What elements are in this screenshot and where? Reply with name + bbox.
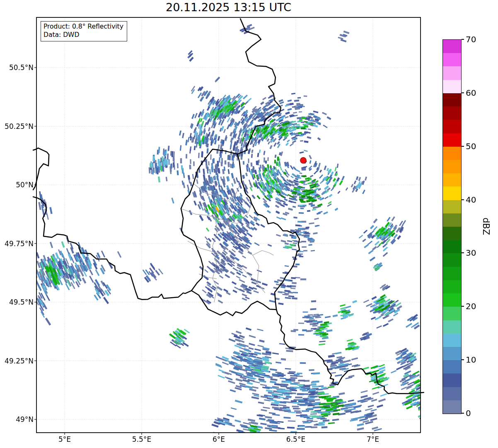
colorbar-segment <box>443 186 461 200</box>
colorbar-unit-label: dBZ <box>481 218 491 235</box>
colorbar-segment <box>443 387 461 400</box>
colorbar-segment <box>443 307 461 320</box>
colorbar-segment <box>443 280 461 293</box>
y-tick-label: 50°N <box>0 181 34 189</box>
x-tick-label: 5°E <box>40 435 89 443</box>
y-tick-label: 49.25°N <box>0 357 34 365</box>
colorbar-segment <box>443 173 461 187</box>
colorbar-tick-label: 50 <box>466 141 476 151</box>
colorbar-segment <box>443 93 461 107</box>
figure-title: 20.11.2025 13:15 UTC <box>36 1 421 14</box>
colorbar-segment <box>443 66 461 80</box>
x-tick-label: 7°E <box>348 435 398 443</box>
colorbar-segment <box>443 266 461 280</box>
colorbar-segment <box>443 160 461 173</box>
colorbar-tick-label: 70 <box>466 34 476 44</box>
colorbar-segment <box>443 40 461 53</box>
colorbar-segment <box>443 320 461 334</box>
colorbar-tick-mark <box>462 306 464 307</box>
y-tick-label: 50.5°N <box>0 63 34 72</box>
colorbar-tick-mark <box>462 92 464 93</box>
colorbar-tick-mark <box>462 146 464 147</box>
colorbar-tick-label: 40 <box>466 195 476 205</box>
colorbar-segment <box>443 253 461 267</box>
y-tick-label: 50.25°N <box>0 122 34 131</box>
colorbar-segment <box>443 120 461 133</box>
y-tick-label: 49°N <box>0 415 34 424</box>
colorbar-segment <box>443 213 461 227</box>
colorbar-segment <box>443 146 461 160</box>
colorbar-tick-mark <box>462 252 464 253</box>
x-tick-label: 6°E <box>194 435 244 443</box>
colorbar-segment <box>443 227 461 240</box>
radar-echo-layer <box>36 17 421 433</box>
colorbar-segment <box>443 80 461 93</box>
x-tick-label: 5.5°E <box>117 435 167 443</box>
annotation-data-line: Data: DWD <box>44 31 123 39</box>
colorbar-segment <box>443 200 461 213</box>
product-annotation-box: Product: 0.8° Reflectivity Data: DWD <box>41 21 127 41</box>
colorbar-segment <box>443 333 461 347</box>
colorbar-segment <box>443 373 461 387</box>
colorbar-segment <box>443 360 461 374</box>
colorbar <box>442 39 462 414</box>
x-tick-label: 6.5°E <box>271 435 321 443</box>
colorbar-tick-mark <box>462 199 464 200</box>
colorbar-tick-mark <box>462 413 464 414</box>
colorbar-tick-label: 60 <box>466 88 476 98</box>
colorbar-tick-mark <box>462 359 464 360</box>
colorbar-tick-label: 20 <box>466 301 476 311</box>
y-tick-label: 49.5°N <box>0 298 34 306</box>
colorbar-segment <box>443 107 461 120</box>
colorbar-segment <box>443 346 461 360</box>
colorbar-tick-label: 30 <box>466 248 476 258</box>
radar-figure: 20.11.2025 13:15 UTC Product: 0.8° Refle… <box>0 0 498 448</box>
colorbar-tick-label: 0 <box>466 408 471 418</box>
colorbar-segment <box>443 133 461 147</box>
colorbar-segment <box>443 293 461 307</box>
colorbar-tick-label: 10 <box>466 355 476 365</box>
colorbar-segment <box>443 400 461 414</box>
colorbar-tick-mark <box>462 39 464 40</box>
y-tick-label: 49.75°N <box>0 240 34 248</box>
colorbar-segment <box>443 240 461 254</box>
annotation-product-line: Product: 0.8° Reflectivity <box>44 22 123 31</box>
colorbar-segment <box>443 53 461 67</box>
